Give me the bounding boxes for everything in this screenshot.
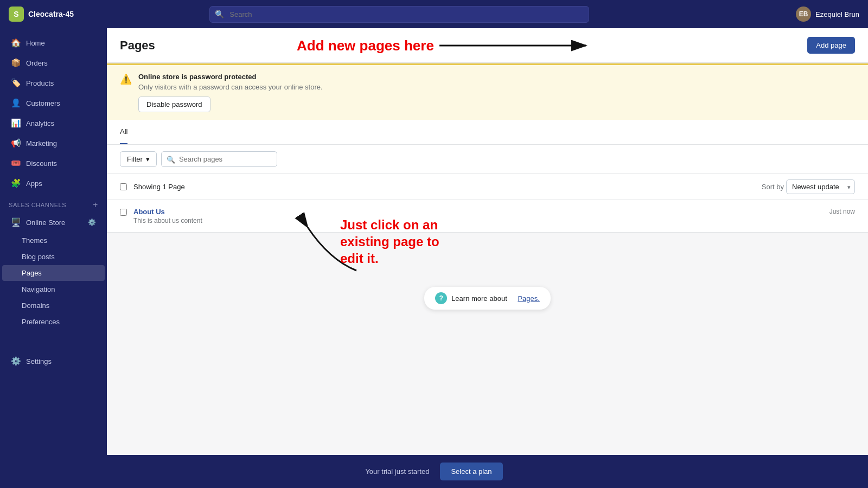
add-sales-channel-icon[interactable]: + [93, 200, 98, 210]
sidebar-bottom: ⚙️ Settings [0, 351, 107, 371]
marketing-icon: 📢 [11, 138, 21, 148]
customers-icon: 👤 [11, 98, 21, 108]
warning-content: Online store is password protected Only … [138, 73, 323, 112]
sidebar-label-marketing: Marketing [26, 139, 57, 147]
sidebar-label-online-store: Online Store [26, 219, 65, 227]
avatar: EB [796, 7, 811, 22]
page-header: Pages Add new pages here [107, 28, 868, 63]
sidebar-label-pages: Pages [22, 269, 42, 277]
search-input[interactable] [209, 6, 589, 23]
table-header-row: Showing 1 Page Sort by Newest update Old… [107, 174, 868, 200]
sidebar-item-analytics[interactable]: 📊 Analytics [2, 113, 105, 133]
learn-more-text: Learn more about [451, 294, 507, 303]
user-area[interactable]: EB Ezequiel Brun [796, 7, 859, 22]
trial-text: Your trial just started [365, 467, 429, 476]
learn-more-tooltip: ? Learn more about Pages. [424, 287, 551, 310]
page-rows-container: About Us This is about us content Just n… [107, 200, 868, 233]
sidebar-item-customers[interactable]: 👤 Customers [2, 93, 105, 113]
row-content: About Us This is about us content [133, 208, 829, 224]
search-pages-icon: 🔍 [167, 155, 175, 163]
filter-button[interactable]: Filter ▾ [120, 151, 157, 167]
search-pages-input[interactable] [161, 151, 277, 167]
tabs-container: All [107, 120, 868, 145]
sort-label: Sort by [762, 183, 784, 191]
search-icon: 🔍 [215, 10, 224, 18]
sidebar-item-marketing[interactable]: 📢 Marketing [2, 133, 105, 153]
sidebar-item-products[interactable]: 🏷️ Products [2, 73, 105, 93]
sidebar-label-customers: Customers [26, 99, 60, 107]
store-logo-icon: S [9, 7, 24, 22]
learn-more-link[interactable]: Pages. [518, 294, 539, 303]
sidebar-item-orders[interactable]: 📦 Orders [2, 53, 105, 73]
user-name: Ezequiel Brun [815, 10, 859, 18]
sidebar-label-products: Products [26, 79, 54, 87]
settings-icon: ⚙️ [11, 356, 21, 366]
showing-count: Showing 1 Page [133, 183, 185, 191]
footer-bar: Your trial just started Select a plan [0, 455, 868, 488]
filter-row: Filter ▾ 🔍 [107, 145, 868, 174]
sidebar-label-discounts: Discounts [26, 159, 57, 168]
row-excerpt: This is about us content [133, 217, 829, 224]
settings-gear-icon[interactable]: ⚙️ [88, 219, 96, 226]
products-icon: 🏷️ [11, 78, 21, 88]
page-wrapper: Pages Add new pages here [107, 28, 868, 455]
sidebar-item-discounts[interactable]: 🎟️ Discounts [2, 153, 105, 173]
row-title: About Us [133, 208, 829, 216]
sidebar-label-blog-posts: Blog posts [22, 253, 55, 261]
search-bar: 🔍 [209, 6, 589, 23]
discounts-icon: 🎟️ [11, 158, 21, 168]
analytics-icon: 📊 [11, 118, 21, 128]
sidebar-sub-item-preferences[interactable]: Preferences [2, 314, 105, 330]
page-title: Pages [120, 38, 155, 53]
sidebar-label-navigation: Navigation [22, 285, 55, 293]
tab-all[interactable]: All [120, 120, 127, 144]
warning-description: Only visitors with a password can access… [138, 83, 323, 91]
sidebar-label-themes: Themes [22, 236, 47, 245]
sidebar-label-analytics: Analytics [26, 119, 54, 127]
sidebar: 🏠 Home 📦 Orders 🏷️ Products 👤 Customers … [0, 28, 107, 455]
sidebar-sub-item-themes[interactable]: Themes [2, 233, 105, 248]
store-name: Cleocatra-45 [28, 10, 74, 18]
sidebar-label-domains: Domains [22, 301, 49, 310]
apps-icon: 🧩 [11, 178, 21, 188]
sidebar-label-settings: Settings [26, 357, 52, 365]
sort-control: Sort by Newest update Oldest update Titl… [762, 179, 855, 194]
table-row[interactable]: About Us This is about us content Just n… [107, 200, 868, 233]
arrow-right-svg [434, 35, 597, 56]
search-pages-wrapper: 🔍 [161, 151, 855, 167]
sidebar-sub-item-pages[interactable]: Pages [2, 265, 105, 281]
content-wrapper: Pages Add new pages here [107, 28, 868, 348]
sidebar-sub-item-blog-posts[interactable]: Blog posts [2, 249, 105, 265]
sidebar-item-apps[interactable]: 🧩 Apps [2, 174, 105, 193]
orders-icon: 📦 [11, 58, 21, 68]
add-pages-annotation: Add new pages here [297, 35, 597, 56]
row-checkbox[interactable] [120, 209, 127, 216]
sidebar-item-settings[interactable]: ⚙️ Settings [2, 351, 105, 371]
warning-icon: ⚠️ [120, 73, 132, 85]
sidebar-label-orders: Orders [26, 59, 48, 67]
sidebar-label-apps: Apps [26, 179, 42, 188]
select-plan-button[interactable]: Select a plan [440, 463, 502, 480]
filter-label: Filter [127, 155, 143, 163]
disable-password-button[interactable]: Disable password [138, 97, 210, 112]
sales-channels-label: Sales Channels + [0, 194, 107, 212]
learn-more-icon: ? [435, 292, 447, 304]
sidebar-label-preferences: Preferences [22, 318, 60, 326]
top-navigation: S Cleocatra-45 🔍 EB Ezequiel Brun [0, 0, 868, 28]
sidebar-item-home[interactable]: 🏠 Home [2, 33, 105, 53]
select-all-checkbox[interactable] [120, 183, 127, 190]
learn-more-container: ? Learn more about Pages. [107, 233, 868, 348]
sidebar-sub-item-navigation[interactable]: Navigation [2, 281, 105, 297]
sidebar-label-home: Home [26, 39, 45, 47]
warning-title: Online store is password protected [138, 73, 323, 81]
sidebar-item-online-store[interactable]: 🖥️ Online Store ⚙️ [2, 213, 105, 232]
add-page-button[interactable]: Add page [807, 37, 855, 54]
annotation-add-pages-text: Add new pages here [297, 37, 434, 54]
online-store-icon: 🖥️ [11, 217, 21, 227]
home-icon: 🏠 [11, 38, 21, 48]
sort-select[interactable]: Newest update Oldest update Title A-Z Ti… [786, 179, 855, 194]
row-time: Just now [829, 208, 855, 215]
sidebar-sub-item-domains[interactable]: Domains [2, 298, 105, 313]
warning-banner: ⚠️ Online store is password protected On… [107, 63, 868, 120]
store-logo[interactable]: S Cleocatra-45 [9, 7, 106, 22]
